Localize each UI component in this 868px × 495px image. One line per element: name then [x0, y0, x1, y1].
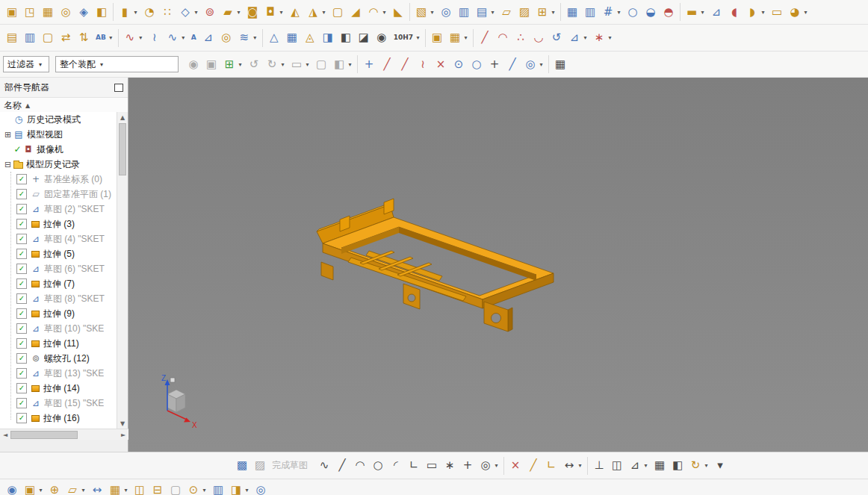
tube-icon[interactable]: ◎	[437, 2, 455, 22]
expand-icon[interactable]: ⊞	[3, 130, 13, 140]
snap-midpoint-icon[interactable]: ╱	[396, 55, 414, 74]
tree-item-cameras[interactable]: ✓◘摄像机	[0, 142, 117, 157]
scroll-down-icon[interactable]: ▼	[117, 418, 128, 429]
sew-icon[interactable]: ⊞▾	[533, 2, 558, 22]
rib-icon[interactable]: ▰▾	[219, 2, 244, 22]
pattern-curve-icon[interactable]: ▦	[651, 456, 669, 476]
horizontal-scrollbar-thumb[interactable]	[10, 431, 78, 439]
offset-curve-icon[interactable]: ◎▾	[477, 456, 501, 476]
geometric-constraints-icon[interactable]: ⊥	[590, 456, 608, 476]
helix-icon[interactable]: ∿▾	[164, 28, 188, 48]
snap-control-point-icon[interactable]: ≀	[414, 55, 432, 74]
snap-endpoint-icon[interactable]: ╱	[378, 55, 396, 74]
type-filter-combobox[interactable]: 过滤器 ▾	[3, 56, 49, 72]
move-component-icon[interactable]: ↔	[88, 479, 106, 495]
checkbox-checked-icon[interactable]: ✓	[16, 264, 27, 274]
checkbox-checked-icon[interactable]: ✓	[16, 368, 27, 379]
rectangle-select-icon[interactable]: ▭▾	[288, 55, 312, 74]
fillet-icon[interactable]: ◜	[387, 456, 405, 476]
float-panel-icon[interactable]	[114, 84, 123, 92]
swept-icon[interactable]: ▧▾	[412, 2, 437, 22]
cavity-layout-icon[interactable]: ◈	[75, 2, 93, 22]
dropdown-caret-icon[interactable]: ▾	[235, 9, 242, 16]
snap-quadrant-icon[interactable]: ○	[468, 55, 486, 74]
orientation-triad[interactable]: Z X	[161, 374, 197, 429]
curve-analysis-icon[interactable]: ∗▾	[590, 28, 615, 48]
dropdown-caret-icon[interactable]: ▾	[538, 61, 545, 68]
wave-linker-icon[interactable]: ▥	[209, 479, 227, 495]
dropdown-caret-icon[interactable]: ▾	[616, 9, 622, 16]
sketch-overflow-icon[interactable]: ▾	[711, 456, 729, 476]
dropdown-caret-icon[interactable]: ▾	[279, 61, 286, 68]
dropdown-caret-icon[interactable]: ▾	[703, 462, 710, 469]
checkbox-checked-icon[interactable]: ✓	[16, 204, 27, 214]
tree-item[interactable]: ✓⊿草图 (8) "SKET	[0, 291, 117, 306]
wave-curve-icon[interactable]: ≋▾	[235, 28, 260, 48]
tree-item[interactable]: ✓拉伸 (7)	[0, 276, 117, 291]
chevron-down-icon[interactable]: ▾	[39, 61, 42, 68]
checkbox-checked-icon[interactable]: ✓	[16, 189, 27, 199]
checkbox-checked-icon[interactable]: ✓	[16, 234, 27, 244]
sphere-surface-icon[interactable]: ○	[624, 2, 642, 22]
rotate-curve-icon[interactable]: ↺	[548, 28, 565, 48]
quick-extend-icon[interactable]: ╱	[524, 456, 542, 476]
snap-intersection-icon[interactable]: ×	[432, 55, 450, 74]
assembly-constraints-icon[interactable]: ⊙▾	[185, 479, 209, 495]
patch-icon[interactable]: ◖	[725, 2, 743, 22]
trim-body-icon[interactable]: ◭	[286, 2, 304, 22]
pen-icon[interactable]: ⊿	[199, 28, 217, 48]
tree-item[interactable]: ✓拉伸 (14)	[0, 381, 117, 396]
tolerance-icon[interactable]: 10H7▾	[391, 28, 423, 48]
redo-icon[interactable]: ↻▾	[263, 55, 288, 74]
bridge-surface-icon[interactable]: ▭	[768, 2, 786, 22]
checkbox-checked-icon[interactable]: ✓	[16, 293, 27, 304]
tree-item[interactable]: ✓⊚螺纹孔 (12)	[0, 351, 117, 366]
explode-view-icon[interactable]: ◉	[3, 479, 21, 495]
checkbox-checked-icon[interactable]: ✓	[16, 249, 27, 259]
conic-icon[interactable]: ◡	[530, 28, 548, 48]
open-sketch-env-icon[interactable]: ▩	[233, 456, 251, 476]
constraint-more-icon[interactable]: ⊿▾	[626, 456, 651, 476]
hole-icon[interactable]: ⊚	[201, 2, 219, 22]
suppress-component-icon[interactable]: ⊟	[149, 479, 167, 495]
frame-model-3d[interactable]	[317, 199, 554, 331]
dropdown-caret-icon[interactable]: ▾	[582, 34, 589, 41]
checkbox-checked-icon[interactable]: ✓	[16, 278, 27, 289]
dropdown-caret-icon[interactable]: ▾	[304, 61, 311, 68]
curve-mesh-icon[interactable]: ▦	[563, 2, 581, 22]
wireframe-view-icon[interactable]: ◧▾	[330, 55, 355, 74]
offset-surface-icon[interactable]: ◗▾	[743, 2, 768, 22]
tree-item[interactable]: ✓拉伸 (16)	[0, 411, 117, 426]
checkbox-checked-icon[interactable]: ✓	[16, 323, 27, 334]
name-column-header[interactable]: 名称 ▲	[0, 97, 128, 113]
tree-item[interactable]: ✓⊿草图 (6) "SKET	[0, 261, 117, 276]
tree-item-model-history[interactable]: ⊟模型历史记录	[0, 157, 117, 172]
clearance-analysis-icon[interactable]: ◎	[252, 479, 270, 495]
rectangle-icon[interactable]: ▭	[423, 456, 441, 476]
deform-surface-icon[interactable]: ◒	[642, 2, 660, 22]
dropdown-caret-icon[interactable]: ▾	[577, 462, 583, 469]
snap-plus-icon[interactable]: ⊞▾	[220, 55, 245, 74]
dropdown-caret-icon[interactable]: ▾	[252, 34, 258, 41]
surface-grid-icon[interactable]: #▾	[599, 2, 624, 22]
mirror-curve-icon[interactable]: ◧	[669, 456, 686, 476]
dropdown-caret-icon[interactable]: ▾	[108, 34, 114, 41]
curve-icon[interactable]: ≀	[146, 28, 164, 48]
tree-item[interactable]: ✓⊿草图 (15) "SKE	[0, 396, 117, 411]
dropdown-caret-icon[interactable]: ▾	[180, 34, 187, 41]
scroll-up-icon[interactable]: ▲	[117, 112, 128, 122]
make-corner-icon[interactable]: ∟	[542, 456, 560, 476]
tree-item[interactable]: ✓拉伸 (3)	[0, 217, 117, 231]
subtract-icon[interactable]: ◘▾	[261, 2, 286, 22]
table-annotation-icon[interactable]: ▦	[283, 28, 301, 48]
add-assembly-icon[interactable]: ▣	[428, 28, 446, 48]
checkbox-checked-icon[interactable]: ✓	[16, 413, 27, 423]
dropdown-caret-icon[interactable]: ▾	[193, 9, 199, 16]
sketch-line-icon[interactable]: ╱	[333, 456, 351, 476]
dropdown-caret-icon[interactable]: ▾	[137, 34, 144, 41]
vertical-scrollbar[interactable]: ▲ ▼	[117, 112, 128, 429]
dropdown-caret-icon[interactable]: ▾	[381, 9, 388, 16]
tree-item[interactable]: ✓▱固定基准平面 (1)	[0, 187, 117, 202]
tree-item[interactable]: ✓拉伸 (5)	[0, 246, 117, 261]
init-project-icon[interactable]: ▣	[3, 2, 21, 22]
